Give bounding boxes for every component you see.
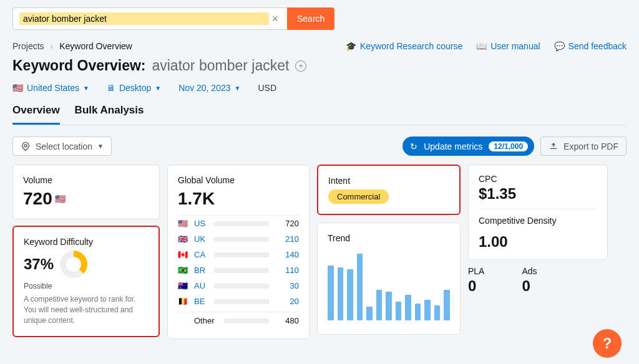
tab-overview[interactable]: Overview xyxy=(12,104,60,125)
global-volume-label: Global Volume xyxy=(178,175,299,185)
chevron-down-icon: ▼ xyxy=(83,85,89,92)
intent-label: Intent xyxy=(328,176,449,186)
volume-value: 720 xyxy=(274,219,299,228)
flag-icon: 🇺🇸 xyxy=(178,219,189,228)
flag-icon: 🇦🇺 xyxy=(178,281,189,290)
breadcrumb: Projects › Keyword Overview xyxy=(12,41,132,51)
volume-bar xyxy=(214,252,269,257)
compd-value: 1.00 xyxy=(479,233,597,251)
volume-bar xyxy=(214,268,269,273)
trend-bar xyxy=(434,305,441,320)
trend-bar xyxy=(328,266,334,320)
us-flag-icon: 🇺🇸 xyxy=(55,194,66,204)
country-code: US xyxy=(194,219,209,228)
feedback-icon: 💬 xyxy=(554,41,565,51)
col-cpc-ads: CPC $1.35 Competitive Density 1.00 PLA 0… xyxy=(468,165,608,342)
pla-ads-section: PLA 0 Ads 0 xyxy=(468,260,608,301)
trend-card: Trend xyxy=(317,223,461,335)
volume-bar xyxy=(214,221,269,226)
country-code: CA xyxy=(194,250,209,259)
gv-row-us[interactable]: 🇺🇸 US 720 xyxy=(178,216,299,231)
kd-description: A competitive keyword to rank for. You w… xyxy=(24,294,149,325)
manual-link[interactable]: 📖User manual xyxy=(476,41,540,51)
cpc-label: CPC xyxy=(479,174,597,184)
gv-row-be[interactable]: 🇧🇪 BE 20 xyxy=(178,294,299,309)
other-label: Other xyxy=(194,316,219,325)
trend-chart xyxy=(328,252,450,320)
keyword-difficulty-card: Keyword Difficulty 37% Possible A compet… xyxy=(12,226,160,337)
tab-bulk-analysis[interactable]: Bulk Analysis xyxy=(75,104,144,125)
volume-bar xyxy=(224,318,269,323)
country-code: BE xyxy=(194,297,209,306)
country-filter[interactable]: 🇺🇸United States▼ xyxy=(12,83,89,93)
export-icon xyxy=(549,141,559,151)
gv-row-uk[interactable]: 🇬🇧 UK 210 xyxy=(178,231,299,247)
gv-row-br[interactable]: 🇧🇷 BR 110 xyxy=(178,262,299,278)
feedback-link[interactable]: 💬Send feedback xyxy=(554,41,627,51)
us-flag-icon: 🇺🇸 xyxy=(12,83,23,93)
breadcrumb-root[interactable]: Projects xyxy=(12,41,44,51)
country-code: AU xyxy=(194,281,209,290)
graduation-cap-icon: 🎓 xyxy=(346,41,356,51)
col-intent-trend: Intent Commercial Trend xyxy=(317,165,461,342)
trend-bar xyxy=(338,267,344,321)
pla-label: PLA xyxy=(468,266,484,276)
gv-row-au[interactable]: 🇦🇺 AU 30 xyxy=(178,278,299,294)
pin-icon xyxy=(21,141,31,151)
clear-icon[interactable]: × xyxy=(269,12,281,26)
search-button[interactable]: Search xyxy=(287,7,334,30)
search-bar: × Search xyxy=(12,7,627,30)
trend-bar xyxy=(386,292,392,320)
volume-value: 720🇺🇸 xyxy=(23,189,149,209)
date-filter[interactable]: Nov 20, 2023▼ xyxy=(178,83,240,93)
update-metrics-button[interactable]: ↻ Update metrics 12/1,000 xyxy=(402,136,534,156)
kd-status: Possible xyxy=(24,282,149,290)
device-filter[interactable]: 🖥Desktop▼ xyxy=(107,83,161,93)
top-nav: Projects › Keyword Overview 🎓Keyword Res… xyxy=(12,41,627,51)
volume-value: 480 xyxy=(274,316,299,325)
page-title-keyword: aviator bomber jacket xyxy=(152,57,289,74)
volume-value: 20 xyxy=(274,297,299,306)
flag-icon: 🇧🇷 xyxy=(178,266,189,275)
ads-value: 0 xyxy=(522,277,537,295)
chevron-down-icon: ▼ xyxy=(97,143,104,150)
chevron-right-icon: › xyxy=(51,41,54,51)
toolbar: Select location ▼ ↻ Update metrics 12/1,… xyxy=(12,136,627,156)
pla-value: 0 xyxy=(468,277,484,295)
trend-bar xyxy=(366,307,373,320)
search-box[interactable]: × xyxy=(12,7,287,30)
volume-card: Volume 720🇺🇸 xyxy=(12,165,160,219)
flag-icon: 🇬🇧 xyxy=(178,234,189,244)
help-fab[interactable]: ? xyxy=(593,329,622,358)
refresh-icon: ↻ xyxy=(410,141,417,151)
volume-bar xyxy=(214,299,269,304)
compd-label: Competitive Density xyxy=(479,216,597,226)
trend-bar xyxy=(415,304,421,321)
trend-bar xyxy=(357,254,363,321)
intent-card: Intent Commercial xyxy=(317,165,461,215)
trend-bar xyxy=(444,290,450,321)
volume-bar xyxy=(214,237,269,242)
global-volume-list: 🇺🇸 US 720 🇬🇧 UK 210 🇨🇦 CA 140 🇧🇷 BR 110 … xyxy=(178,215,299,328)
add-icon[interactable]: + xyxy=(295,60,306,72)
export-pdf-button[interactable]: Export to PDF xyxy=(540,136,627,156)
cpc-density-ads-card: CPC $1.35 Competitive Density 1.00 xyxy=(468,165,608,260)
volume-value: 210 xyxy=(274,234,299,244)
update-badge: 12/1,000 xyxy=(489,141,528,151)
cpc-section: CPC $1.35 xyxy=(479,174,597,209)
col-volume-kd: Volume 720🇺🇸 Keyword Difficulty 37% Poss… xyxy=(12,165,160,342)
trend-bar xyxy=(396,302,402,321)
chevron-down-icon: ▼ xyxy=(235,85,241,92)
gv-row-ca[interactable]: 🇨🇦 CA 140 xyxy=(178,247,299,262)
intent-badge: Commercial xyxy=(328,189,389,204)
ads-block: Ads 0 xyxy=(522,266,537,295)
breadcrumb-current: Keyword Overview xyxy=(59,41,132,51)
volume-value: 140 xyxy=(274,250,299,259)
col-global-volume: Global Volume 1.7K 🇺🇸 US 720 🇬🇧 UK 210 🇨… xyxy=(167,165,310,342)
desktop-icon: 🖥 xyxy=(107,83,115,93)
select-location-button[interactable]: Select location ▼ xyxy=(12,136,112,156)
gv-row-other[interactable]: Other 480 xyxy=(178,312,299,328)
search-input[interactable] xyxy=(19,12,269,25)
top-links: 🎓Keyword Research course 📖User manual 💬S… xyxy=(346,41,627,51)
course-link[interactable]: 🎓Keyword Research course xyxy=(346,41,462,51)
